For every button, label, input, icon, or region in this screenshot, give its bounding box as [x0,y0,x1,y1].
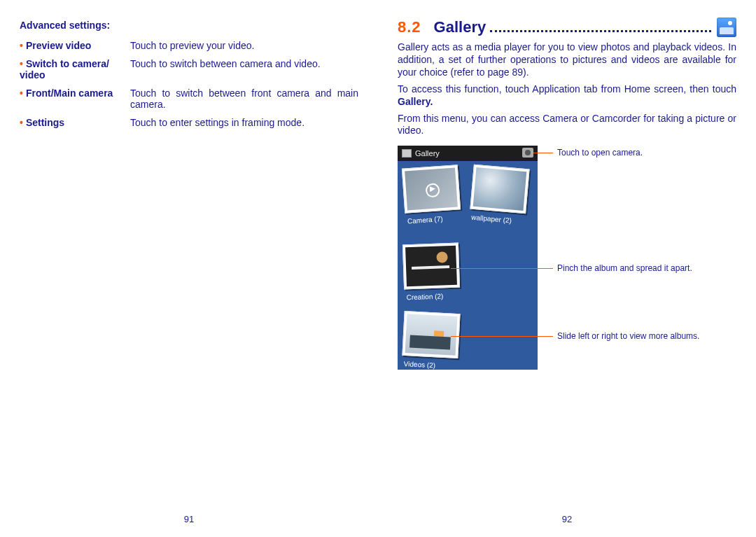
page-number-right: 92 [378,514,756,524]
gallery-header-label: Gallery [415,149,440,158]
callout-line [451,336,553,337]
page-92: 8.2 Gallery Gallery acts as a media play… [378,0,756,537]
paragraph: From this menu, you can access Camera or… [398,113,736,138]
album-thumb [473,167,527,211]
album-thumb [405,246,457,286]
gallery-screenshot-header: Gallery [398,146,538,161]
gallery-screenshot-area: Gallery Camera (7) wallpaper (2) Creatio… [398,146,736,377]
table-row: •Preview video Touch to preview your vid… [20,36,358,55]
page-number-left: 91 [0,514,378,524]
album-label: Camera (7) [406,214,463,225]
camera-icon [522,148,533,158]
album-label: wallpaper (2) [470,214,526,226]
setting-desc: Touch to switch between camera and video… [130,55,358,84]
setting-label: Switch to camera/ video [20,58,109,81]
setting-desc: Touch to preview your video. [130,36,358,55]
album-camera: Camera (7) [402,165,461,214]
album-label: Videos (2) [402,360,458,370]
setting-desc: Touch to enter settings in framing mode. [130,113,358,132]
callout-line [533,153,553,153]
paragraph: To access this function, touch Applicati… [398,83,736,109]
section-number: 8.2 [398,18,421,36]
advanced-settings-heading: Advanced settings: [20,20,358,31]
album-videos: Videos (2) [402,311,460,358]
gallery-app-icon [717,18,736,37]
section-heading-row: 8.2 Gallery [398,18,736,37]
callout-text: Slide left or right to view more albums. [557,331,739,341]
album-thumb [405,314,458,356]
album-thumb [405,168,458,211]
album-label: Creation (2) [405,292,461,302]
setting-label: Front/Main camera [26,88,113,99]
callout-text: Touch to open camera. [557,148,739,158]
album-creation: Creation (2) [402,243,460,290]
leader-dots [490,22,711,32]
setting-desc: Touch to switch between front camera and… [130,84,358,113]
advanced-settings-table: •Preview video Touch to preview your vid… [20,36,358,132]
table-row: •Settings Touch to enter settings in fra… [20,113,358,132]
table-row: •Front/Main camera Touch to switch betwe… [20,84,358,113]
setting-label: Preview video [26,40,91,51]
setting-label: Settings [26,117,64,128]
table-row: •Switch to camera/ video Touch to switch… [20,55,358,84]
paragraph: Gallery acts as a media player for you t… [398,41,736,79]
section-title: Gallery [434,18,486,36]
album-wallpaper: wallpaper (2) [470,165,529,214]
gallery-icon [402,149,412,158]
callout-line [451,268,553,269]
page-91: Advanced settings: •Preview video Touch … [0,0,378,537]
callout-text: Pinch the album and spread it apart. [557,263,739,273]
